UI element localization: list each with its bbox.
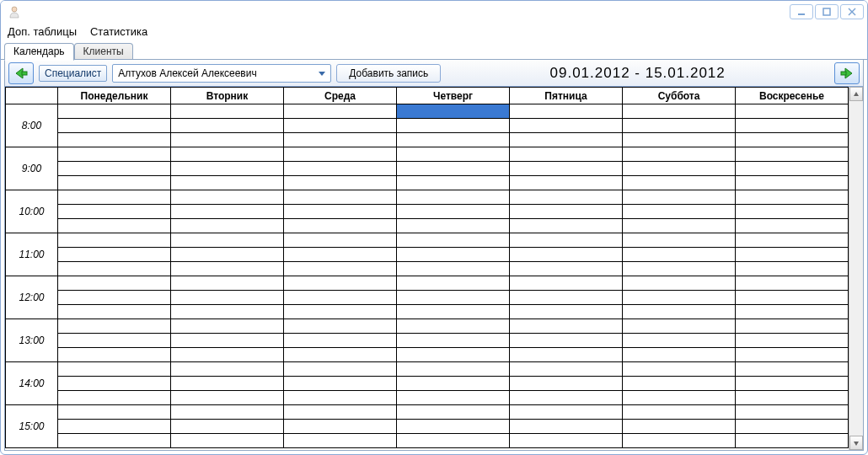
calendar-cell[interactable] xyxy=(623,190,736,205)
calendar-cell[interactable] xyxy=(510,362,623,377)
calendar-cell[interactable] xyxy=(623,276,736,291)
calendar-cell[interactable] xyxy=(58,133,171,147)
calendar-cell[interactable] xyxy=(171,319,284,334)
calendar-cell[interactable] xyxy=(510,133,623,147)
calendar-cell[interactable] xyxy=(397,362,510,377)
menu-additional-tables[interactable]: Доп. таблицы xyxy=(8,25,77,38)
calendar-cell[interactable] xyxy=(284,377,397,391)
calendar-cell[interactable] xyxy=(397,190,510,205)
calendar-cell[interactable] xyxy=(736,291,849,305)
calendar-cell[interactable] xyxy=(284,233,397,248)
calendar-cell[interactable] xyxy=(397,233,510,248)
calendar-cell[interactable] xyxy=(736,420,849,434)
calendar-cell[interactable] xyxy=(397,162,510,176)
calendar-cell[interactable] xyxy=(623,434,736,448)
calendar-cell[interactable] xyxy=(284,162,397,176)
minimize-button[interactable] xyxy=(790,4,813,19)
calendar-cell[interactable] xyxy=(510,233,623,248)
calendar-cell[interactable] xyxy=(284,305,397,319)
calendar-cell[interactable] xyxy=(623,119,736,133)
calendar-cell[interactable] xyxy=(623,233,736,248)
calendar-cell[interactable] xyxy=(510,405,623,420)
calendar-cell[interactable] xyxy=(171,133,284,147)
calendar-cell[interactable] xyxy=(510,391,623,405)
calendar-cell[interactable] xyxy=(171,262,284,276)
calendar-cell[interactable] xyxy=(510,420,623,434)
calendar-cell[interactable] xyxy=(397,176,510,190)
calendar-cell[interactable] xyxy=(736,391,849,405)
calendar-cell[interactable] xyxy=(623,319,736,334)
calendar-cell[interactable] xyxy=(736,104,849,119)
next-week-button[interactable] xyxy=(834,62,860,84)
calendar-cell[interactable] xyxy=(510,377,623,391)
calendar-cell[interactable] xyxy=(284,334,397,348)
calendar-cell[interactable] xyxy=(58,276,171,291)
calendar-cell[interactable] xyxy=(58,104,171,119)
calendar-cell[interactable] xyxy=(171,377,284,391)
calendar-cell[interactable] xyxy=(623,176,736,190)
specialist-combo[interactable]: Алтухов Алексей Алексеевич xyxy=(112,64,331,83)
calendar-cell[interactable] xyxy=(510,248,623,262)
calendar-cell[interactable] xyxy=(623,377,736,391)
calendar-cell[interactable] xyxy=(284,219,397,233)
calendar-cell[interactable] xyxy=(510,176,623,190)
calendar-cell[interactable] xyxy=(623,147,736,162)
scroll-down-button[interactable] xyxy=(849,436,863,450)
menu-statistics[interactable]: Статистика xyxy=(90,25,147,38)
calendar-cell[interactable] xyxy=(510,104,623,119)
calendar-cell[interactable] xyxy=(736,147,849,162)
calendar-cell[interactable] xyxy=(171,420,284,434)
calendar-cell[interactable] xyxy=(397,119,510,133)
calendar-cell[interactable] xyxy=(58,348,171,362)
calendar-cell[interactable] xyxy=(284,319,397,334)
calendar-cell[interactable] xyxy=(58,434,171,448)
calendar-cell[interactable] xyxy=(284,291,397,305)
calendar-cell[interactable] xyxy=(623,104,736,119)
calendar-cell[interactable] xyxy=(171,190,284,205)
vertical-scrollbar[interactable] xyxy=(849,87,863,450)
calendar-cell[interactable] xyxy=(397,276,510,291)
calendar-cell[interactable] xyxy=(397,319,510,334)
calendar-cell[interactable] xyxy=(58,305,171,319)
calendar-cell[interactable] xyxy=(397,434,510,448)
calendar-cell[interactable] xyxy=(58,391,171,405)
calendar-cell[interactable] xyxy=(736,233,849,248)
calendar-cell[interactable] xyxy=(58,420,171,434)
calendar-cell[interactable] xyxy=(58,334,171,348)
calendar-cell[interactable] xyxy=(171,162,284,176)
calendar-cell[interactable] xyxy=(171,219,284,233)
calendar-cell[interactable] xyxy=(397,133,510,147)
calendar-cell[interactable] xyxy=(397,377,510,391)
scroll-up-button[interactable] xyxy=(849,87,863,101)
calendar-cell[interactable] xyxy=(284,420,397,434)
scroll-track[interactable] xyxy=(849,101,863,436)
calendar-cell[interactable] xyxy=(58,219,171,233)
calendar-cell[interactable] xyxy=(58,176,171,190)
calendar-cell[interactable] xyxy=(58,405,171,420)
calendar-cell[interactable] xyxy=(397,291,510,305)
calendar-cell[interactable] xyxy=(171,391,284,405)
calendar-cell[interactable] xyxy=(397,262,510,276)
calendar-cell[interactable] xyxy=(623,262,736,276)
calendar-cell[interactable] xyxy=(623,248,736,262)
calendar-cell[interactable] xyxy=(171,291,284,305)
calendar-cell[interactable] xyxy=(510,205,623,219)
calendar-cell[interactable] xyxy=(736,405,849,420)
calendar-cell[interactable] xyxy=(510,305,623,319)
calendar-cell[interactable] xyxy=(736,190,849,205)
calendar-cell[interactable] xyxy=(397,348,510,362)
calendar-cell[interactable] xyxy=(510,334,623,348)
calendar-cell[interactable] xyxy=(510,262,623,276)
calendar-cell[interactable] xyxy=(623,405,736,420)
calendar-cell[interactable] xyxy=(510,190,623,205)
calendar-cell[interactable] xyxy=(510,319,623,334)
calendar-cell[interactable] xyxy=(623,420,736,434)
calendar-cell[interactable] xyxy=(736,319,849,334)
calendar-cell[interactable] xyxy=(284,119,397,133)
calendar-cell[interactable] xyxy=(397,420,510,434)
calendar-cell[interactable] xyxy=(397,248,510,262)
calendar-cell[interactable] xyxy=(623,334,736,348)
calendar-cell[interactable] xyxy=(284,133,397,147)
calendar-cell[interactable] xyxy=(171,248,284,262)
calendar-cell[interactable] xyxy=(397,205,510,219)
